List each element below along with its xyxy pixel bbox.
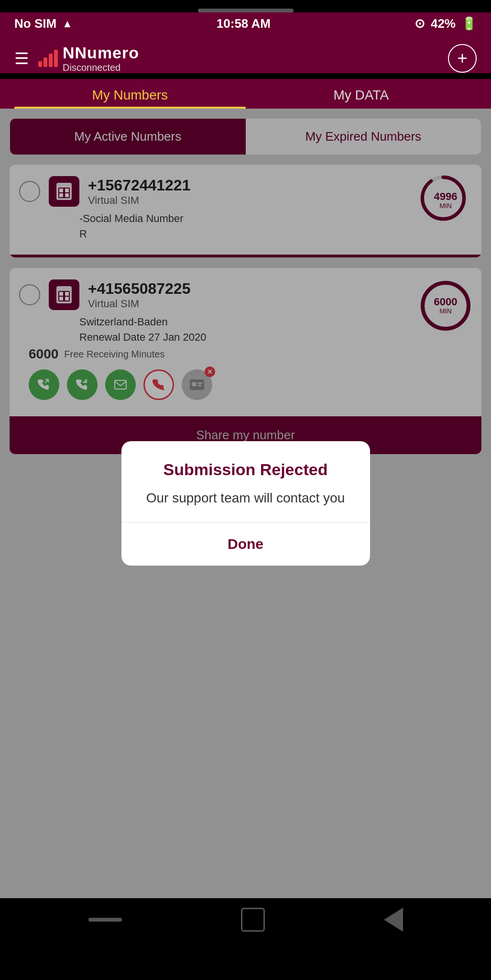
top-pill bbox=[198, 9, 294, 12]
status-right: ⊙ 42% 🔋 bbox=[415, 16, 477, 31]
status-left: No SIM ▲ bbox=[14, 16, 73, 31]
status-bar: No SIM ▲ 10:58 AM ⊙ 42% 🔋 bbox=[0, 12, 491, 35]
dialog: Submission Rejected Our support team wil… bbox=[121, 441, 370, 565]
battery-text: 42% bbox=[431, 16, 456, 31]
header: ☰ NNumero Disconnected + bbox=[0, 35, 491, 73]
carrier-text: No SIM bbox=[14, 16, 56, 31]
location-icon: ⊙ bbox=[415, 16, 425, 31]
phone-frame: No SIM ▲ 10:58 AM ⊙ 42% 🔋 ☰ NNumero D bbox=[0, 0, 491, 980]
wifi-icon: ▲ bbox=[62, 18, 73, 30]
hamburger-icon[interactable]: ☰ bbox=[14, 49, 29, 68]
signal-bars-icon bbox=[38, 50, 58, 67]
app-name: NNumero bbox=[63, 44, 139, 62]
home-indicator[interactable] bbox=[88, 918, 122, 922]
header-left: ☰ NNumero Disconnected bbox=[14, 44, 139, 73]
battery-icon: 🔋 bbox=[461, 16, 477, 31]
content-area: My Active Numbers My Expired Numbers bbox=[0, 109, 491, 898]
tab-my-numbers[interactable]: My Numbers bbox=[14, 79, 246, 109]
dialog-title: Submission Rejected bbox=[139, 460, 353, 479]
main-tabs: My Numbers My DATA bbox=[0, 79, 491, 109]
connection-status: Disconnected bbox=[63, 62, 139, 73]
dialog-body: Submission Rejected Our support team wil… bbox=[121, 441, 370, 522]
back-button[interactable] bbox=[384, 908, 403, 932]
time-text: 10:58 AM bbox=[217, 16, 271, 31]
dialog-overlay: Submission Rejected Our support team wil… bbox=[0, 109, 491, 898]
tab-my-data[interactable]: My DATA bbox=[246, 79, 477, 109]
bottom-nav bbox=[0, 898, 491, 941]
logo-text: NNumero Disconnected bbox=[63, 44, 139, 73]
dialog-done-button[interactable]: Done bbox=[121, 523, 370, 566]
add-button[interactable]: + bbox=[448, 44, 477, 73]
recent-apps-button[interactable] bbox=[241, 908, 265, 932]
logo-area: NNumero Disconnected bbox=[38, 44, 139, 73]
dialog-message: Our support team will contact you bbox=[139, 489, 353, 507]
